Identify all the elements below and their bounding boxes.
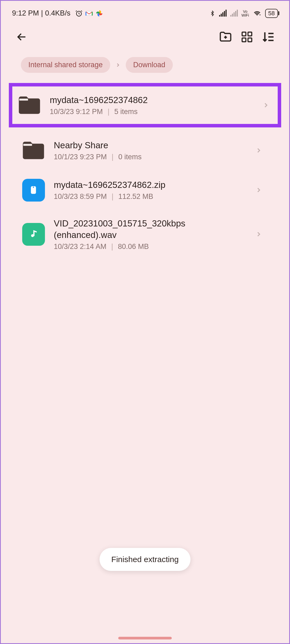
svg-rect-6 [19, 99, 28, 101]
signal-icon [219, 10, 227, 17]
view-grid-button[interactable] [239, 29, 255, 45]
file-meta: 10/3/23 8:59 PM | 112.52 MB [54, 192, 246, 201]
chevron-right-icon [255, 230, 262, 238]
chevron-right-icon [262, 101, 270, 109]
file-info: Nearby Share 10/1/23 9:23 PM | 0 items [54, 140, 246, 161]
battery-indicator: 58 [265, 9, 278, 18]
back-button[interactable] [14, 29, 30, 45]
chevron-right-icon [255, 186, 262, 194]
audio-file-icon [22, 222, 45, 246]
file-date: 10/3/23 2:14 AM [54, 243, 106, 251]
file-size: 112.52 MB [118, 192, 153, 201]
chevron-right-icon [255, 147, 262, 154]
file-meta: 10/3/23 9:12 PM | 5 items [50, 108, 254, 116]
file-name: VID_20231003_015715_320kbps (enhanced).w… [54, 218, 246, 241]
navigation-handle[interactable] [118, 637, 172, 639]
toast-message: Finished extracting [100, 548, 190, 571]
svg-rect-7 [23, 144, 32, 146]
svg-rect-1 [86, 11, 92, 15]
breadcrumb-download[interactable]: Download [126, 57, 173, 73]
wifi-icon [253, 10, 261, 17]
file-info: mydata~1696252374862.zip 10/3/23 8:59 PM… [54, 179, 246, 201]
file-row-zip-mydata[interactable]: mydata~1696252374862.zip 10/3/23 8:59 PM… [14, 170, 276, 210]
svg-rect-3 [248, 32, 252, 36]
folder-icon [22, 139, 45, 162]
bluetooth-icon [209, 9, 215, 17]
sort-button[interactable] [260, 29, 276, 45]
meta-separator: | [112, 153, 113, 161]
svg-rect-5 [248, 38, 252, 42]
svg-rect-2 [242, 32, 246, 36]
status-speed: 0.4KB/s [45, 9, 71, 17]
file-info: mydata~1696252374862 10/3/23 9:12 PM | 5… [50, 94, 254, 116]
status-right: Vo WiFi 58 [209, 9, 278, 18]
breadcrumb-label: Internal shared storage [28, 61, 103, 69]
file-name: Nearby Share [54, 140, 246, 151]
file-size: 5 items [114, 108, 138, 116]
breadcrumb-internal-storage[interactable]: Internal shared storage [21, 57, 110, 73]
file-row-folder-nearby-share[interactable]: Nearby Share 10/1/23 9:23 PM | 0 items [14, 131, 276, 170]
alarm-icon [75, 10, 83, 17]
file-list: Nearby Share 10/1/23 9:23 PM | 0 items m… [1, 131, 289, 259]
meta-separator: | [112, 192, 113, 201]
file-date: 10/3/23 8:59 PM [54, 192, 107, 201]
file-meta: 10/1/23 9:23 PM | 0 items [54, 153, 246, 161]
vowifi-indicator: Vo WiFi [242, 10, 249, 17]
file-size: 0 items [118, 153, 142, 161]
status-time: 9:12 PM [12, 9, 39, 17]
new-folder-button[interactable] [218, 29, 234, 45]
google-photos-icon [96, 10, 103, 17]
file-row-folder-mydata[interactable]: mydata~1696252374862 10/3/23 9:12 PM | 5… [12, 88, 278, 122]
toolbar [1, 21, 289, 50]
svg-rect-4 [242, 38, 246, 42]
file-date: 10/1/23 9:23 PM [54, 153, 107, 161]
file-date: 10/3/23 9:12 PM [50, 108, 103, 116]
zip-file-icon [22, 178, 45, 202]
breadcrumb-label: Download [133, 61, 165, 69]
breadcrumb: Internal shared storage Download [1, 50, 289, 81]
file-size: 80.06 MB [118, 243, 149, 251]
file-meta: 10/3/23 2:14 AM | 80.06 MB [54, 243, 246, 251]
file-info: VID_20231003_015715_320kbps (enhanced).w… [54, 218, 246, 251]
file-name: mydata~1696252374862.zip [54, 179, 246, 191]
signal-icon-2 [230, 10, 238, 17]
file-name: mydata~1696252374862 [50, 94, 254, 106]
meta-separator: | [108, 108, 109, 116]
chevron-right-icon [115, 62, 121, 68]
gmail-icon [85, 10, 93, 17]
status-left: 9:12 PM | 0.4KB/s [12, 9, 103, 17]
status-separator: | [41, 9, 43, 17]
highlighted-item: mydata~1696252374862 10/3/23 9:12 PM | 5… [9, 83, 281, 127]
folder-icon [18, 93, 41, 117]
file-row-audio-wav[interactable]: VID_20231003_015715_320kbps (enhanced).w… [14, 210, 276, 259]
toast-text: Finished extracting [111, 555, 179, 564]
meta-separator: | [111, 243, 113, 251]
status-bar: 9:12 PM | 0.4KB/s Vo WiFi 58 [1, 1, 289, 21]
